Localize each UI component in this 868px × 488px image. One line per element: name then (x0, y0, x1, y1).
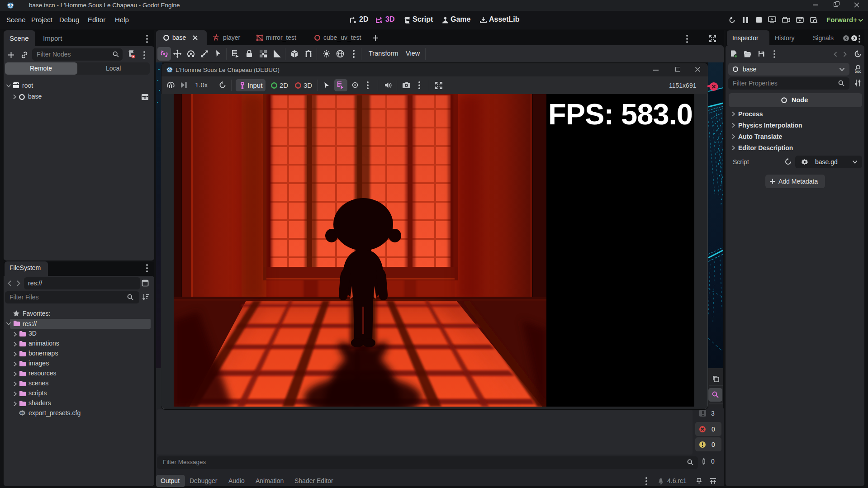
svg-text:DOC: DOC (855, 70, 862, 73)
svg-text:TXT: TXT (20, 412, 24, 414)
